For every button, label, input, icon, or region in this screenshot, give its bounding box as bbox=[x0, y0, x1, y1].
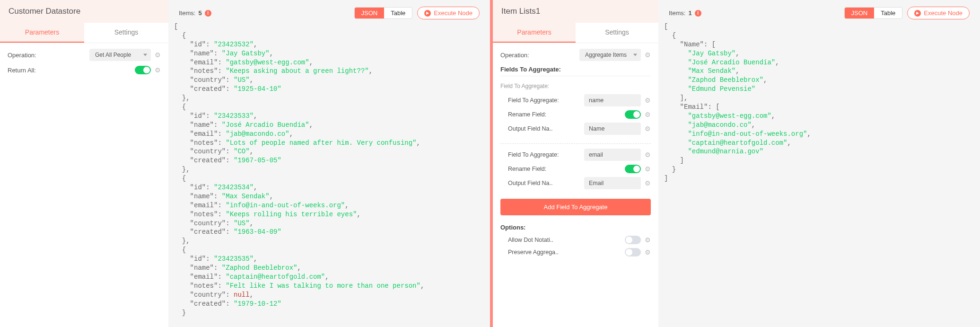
json-output: [ { "Name": [ "Jay Gatsby", "José Arcadi… bbox=[664, 22, 974, 183]
preserve-toggle[interactable] bbox=[625, 248, 641, 256]
tabs: Parameters Settings bbox=[493, 23, 658, 43]
allow-dot-label: Allow Dot Notati.. bbox=[508, 237, 560, 243]
json-output: [ { "id": "23423532", "name": "Jay Gatsb… bbox=[174, 22, 484, 317]
right-config-panel: Item Lists1 Parameters Settings Operatio… bbox=[493, 0, 658, 327]
field-to-aggregate-sub: Field To Aggregate: bbox=[500, 80, 651, 92]
table-view-btn[interactable]: Table bbox=[874, 8, 902, 18]
json-header: Items: 5 i JSON Table ▶ Execute Node bbox=[174, 4, 484, 22]
allow-dot-toggle[interactable] bbox=[625, 236, 641, 244]
items-count: 5 bbox=[198, 9, 201, 17]
info-icon[interactable]: i bbox=[695, 10, 701, 17]
info-icon[interactable]: i bbox=[205, 10, 211, 17]
left-config-panel: Customer Datastore Parameters Settings O… bbox=[0, 0, 168, 327]
tabs: Parameters Settings bbox=[0, 23, 168, 43]
output-field-label: Output Field Na.. bbox=[508, 180, 560, 186]
operation-label: Operation: bbox=[500, 52, 529, 59]
play-icon: ▶ bbox=[424, 10, 431, 17]
return-all-toggle[interactable] bbox=[135, 66, 151, 74]
field-to-aggregate-input[interactable] bbox=[584, 94, 641, 106]
rename-field-label: Rename Field: bbox=[508, 111, 560, 118]
execute-node-button[interactable]: ▶ Execute Node bbox=[907, 7, 970, 19]
items-label: Items: bbox=[669, 9, 685, 17]
node-title: Item Lists1 bbox=[493, 0, 658, 23]
right-json-panel: Items: 1 i JSON Table ▶ Execute Node [ {… bbox=[658, 0, 980, 327]
add-field-button[interactable]: Add Field To Aggregate bbox=[500, 199, 651, 215]
json-header: Items: 1 i JSON Table ▶ Execute Node bbox=[664, 4, 974, 22]
aggregate-group-2: Field To Aggregate: ⚙ Rename Field: ⚙ Ou… bbox=[500, 147, 651, 195]
gear-icon[interactable]: ⚙ bbox=[645, 236, 651, 244]
json-view-btn[interactable]: JSON bbox=[355, 8, 385, 18]
gear-icon[interactable]: ⚙ bbox=[155, 66, 161, 74]
left-json-panel: Items: 5 i JSON Table ▶ Execute Node [ {… bbox=[168, 0, 490, 327]
operation-select[interactable]: Get All People bbox=[89, 49, 151, 61]
items-label: Items: bbox=[179, 9, 195, 17]
options-title: Options: bbox=[500, 224, 651, 231]
node-title: Customer Datastore bbox=[0, 0, 168, 23]
view-toggle: JSON Table bbox=[844, 7, 903, 19]
fields-to-aggregate-title: Fields To Aggregate: bbox=[500, 66, 651, 73]
operation-select[interactable]: Aggregate Items bbox=[579, 49, 641, 61]
gear-icon[interactable]: ⚙ bbox=[645, 151, 651, 159]
items-count: 1 bbox=[688, 9, 691, 17]
rename-field-toggle[interactable] bbox=[625, 110, 641, 119]
view-toggle: JSON Table bbox=[354, 7, 413, 19]
aggregate-group-1: Field To Aggregate: ⚙ Rename Field: ⚙ Ou… bbox=[500, 92, 651, 141]
tab-parameters[interactable]: Parameters bbox=[493, 23, 576, 43]
gear-icon[interactable]: ⚙ bbox=[155, 51, 161, 59]
play-icon: ▶ bbox=[914, 10, 921, 17]
gear-icon[interactable]: ⚙ bbox=[645, 51, 651, 59]
table-view-btn[interactable]: Table bbox=[384, 8, 412, 18]
field-to-aggregate-label: Field To Aggregate: bbox=[508, 97, 560, 104]
preserve-label: Preserve Aggrega.. bbox=[508, 249, 560, 256]
field-to-aggregate-input[interactable] bbox=[584, 149, 641, 161]
rename-field-label: Rename Field: bbox=[508, 166, 560, 172]
operation-row: Operation: Get All People ⚙ bbox=[8, 49, 161, 61]
gear-icon[interactable]: ⚙ bbox=[645, 165, 651, 173]
gear-icon[interactable]: ⚙ bbox=[645, 97, 651, 104]
return-all-row: Return All: ⚙ bbox=[8, 66, 161, 74]
field-to-aggregate-label: Field To Aggregate: bbox=[508, 151, 560, 158]
gear-icon[interactable]: ⚙ bbox=[645, 179, 651, 187]
tab-settings[interactable]: Settings bbox=[576, 23, 658, 43]
output-field-label: Output Field Na.. bbox=[508, 125, 560, 132]
operation-row: Operation: Aggregate Items ⚙ bbox=[500, 49, 651, 61]
operation-label: Operation: bbox=[8, 52, 36, 59]
output-field-input[interactable] bbox=[584, 177, 641, 189]
tab-parameters[interactable]: Parameters bbox=[0, 23, 84, 43]
tab-settings[interactable]: Settings bbox=[84, 23, 168, 43]
gear-icon[interactable]: ⚙ bbox=[645, 111, 651, 118]
rename-field-toggle[interactable] bbox=[625, 165, 641, 173]
json-view-btn[interactable]: JSON bbox=[845, 8, 875, 18]
output-field-input[interactable] bbox=[584, 123, 641, 135]
return-all-label: Return All: bbox=[8, 67, 36, 74]
execute-label: Execute Node bbox=[434, 9, 472, 17]
execute-label: Execute Node bbox=[924, 9, 962, 17]
gear-icon[interactable]: ⚙ bbox=[645, 248, 651, 256]
gear-icon[interactable]: ⚙ bbox=[645, 125, 651, 133]
execute-node-button[interactable]: ▶ Execute Node bbox=[417, 7, 480, 19]
